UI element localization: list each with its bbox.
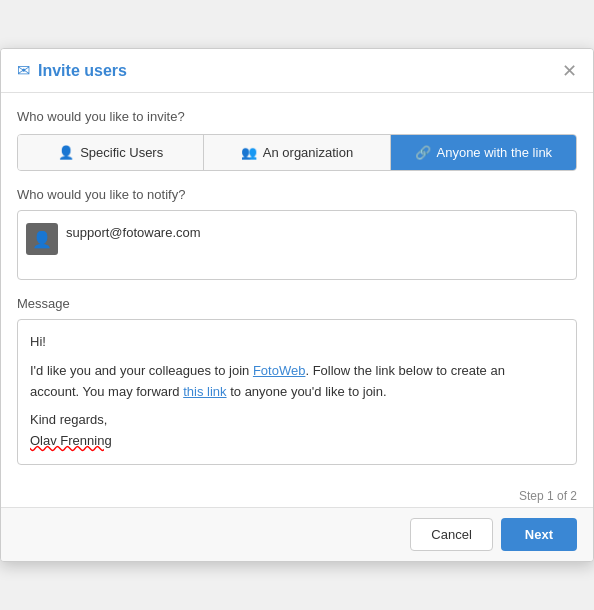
message-regards-text: Kind regards, bbox=[30, 410, 564, 431]
invite-tab-group: 👤 Specific Users 👥 An organization 🔗 Any… bbox=[17, 134, 577, 171]
message-body-pre2: account. You may forward bbox=[30, 384, 183, 399]
cancel-button[interactable]: Cancel bbox=[410, 518, 492, 551]
close-icon[interactable]: ✕ bbox=[562, 62, 577, 80]
anyone-link-label: Anyone with the link bbox=[437, 145, 553, 160]
link-icon: 🔗 bbox=[415, 145, 431, 160]
next-button[interactable]: Next bbox=[501, 518, 577, 551]
modal-header: ✉ Invite users ✕ bbox=[1, 49, 593, 93]
message-body-post1: . Follow the link below to create an bbox=[305, 363, 504, 378]
modal-footer: Cancel Next bbox=[1, 507, 593, 561]
who-invite-label: Who would you like to invite? bbox=[17, 109, 577, 124]
message-greeting: Hi! bbox=[30, 332, 564, 353]
step-info: Step 1 of 2 bbox=[1, 481, 593, 507]
organization-icon: 👥 bbox=[241, 145, 257, 160]
specific-users-label: Specific Users bbox=[80, 145, 163, 160]
tab-specific-users[interactable]: 👤 Specific Users bbox=[18, 135, 204, 170]
modal-body: Who would you like to invite? 👤 Specific… bbox=[1, 93, 593, 481]
message-name: Olav Frenning bbox=[30, 431, 564, 452]
notify-email: support@fotoware.com bbox=[66, 219, 201, 240]
modal-title: Invite users bbox=[38, 62, 127, 80]
message-box[interactable]: Hi! I'd like you and your colleagues to … bbox=[17, 319, 577, 465]
modal-title-wrapper: ✉ Invite users bbox=[17, 61, 127, 80]
message-link2: this link bbox=[183, 384, 226, 399]
specific-users-icon: 👤 bbox=[58, 145, 74, 160]
message-regards: Kind regards, Olav Frenning bbox=[30, 410, 564, 452]
message-label: Message bbox=[17, 296, 577, 311]
tab-organization[interactable]: 👥 An organization bbox=[204, 135, 390, 170]
tab-anyone-link[interactable]: 🔗 Anyone with the link bbox=[391, 135, 576, 170]
who-notify-label: Who would you like to notify? bbox=[17, 187, 577, 202]
avatar-icon: 👤 bbox=[32, 230, 52, 249]
invite-users-modal: ✉ Invite users ✕ Who would you like to i… bbox=[0, 48, 594, 562]
message-link1: FotoWeb bbox=[253, 363, 306, 378]
message-body-pre1: I'd like you and your colleagues to join bbox=[30, 363, 253, 378]
message-body: I'd like you and your colleagues to join… bbox=[30, 361, 564, 403]
message-body-post2: to anyone you'd like to join. bbox=[227, 384, 387, 399]
notify-box: 👤 support@fotoware.com bbox=[17, 210, 577, 280]
user-avatar: 👤 bbox=[26, 223, 58, 255]
organization-label: An organization bbox=[263, 145, 353, 160]
envelope-icon: ✉ bbox=[17, 61, 30, 80]
